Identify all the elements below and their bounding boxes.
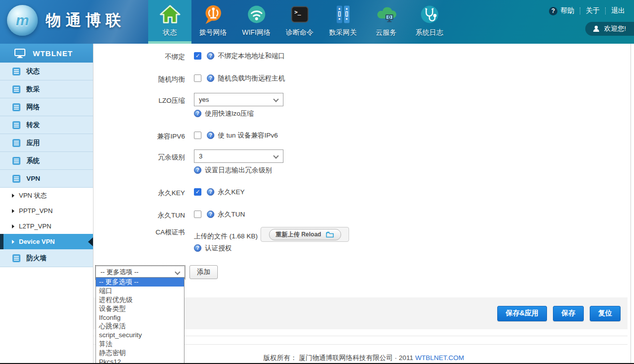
caret-right-icon <box>12 240 14 244</box>
nav-tab-status[interactable]: 状态 <box>148 0 191 44</box>
nav-tab-data-gateway[interactable]: 数采网关 <box>321 0 364 44</box>
caret-right-icon <box>12 194 14 198</box>
help-icon[interactable] <box>207 188 214 196</box>
sidebar-subitem-vpn-status[interactable]: VPN 状态 <box>0 188 93 203</box>
field-help: 不绑定本地地址和端口 <box>218 52 285 60</box>
welcome-badge[interactable]: 欢迎您! <box>585 22 634 36</box>
field-help: 使 tun 设备兼容IPv6 <box>218 131 278 140</box>
persist-key-checkbox[interactable] <box>194 188 201 196</box>
svg-text:>_: >_ <box>294 9 301 15</box>
help-icon[interactable] <box>207 132 214 139</box>
sidebar-item-status[interactable]: 状态 <box>0 63 93 80</box>
sidebar: WTBLNET 状态 数采 网络 转发 应用 系统 VPN <box>0 44 93 364</box>
field-label: 不绑定 <box>93 52 194 62</box>
logout-link[interactable]: 退出 <box>611 6 625 15</box>
nobind-checkbox[interactable] <box>194 52 201 60</box>
dropdown-option[interactable]: 端口 <box>96 287 184 295</box>
sidebar-item-forwarding[interactable]: 转发 <box>0 116 93 134</box>
sidebar-subitem-pptp-vpn[interactable]: PPTP_VPN <box>0 203 93 218</box>
gateway-icon <box>332 3 355 26</box>
dropdown-option[interactable]: script_security <box>96 331 184 340</box>
reset-button[interactable]: 复位 <box>590 306 621 321</box>
more-options-dropdown: -- 更多选项 -- 端口 进程优先级 设备类型 Ifconfig 心跳保活 s… <box>95 277 184 364</box>
user-icon <box>592 25 600 33</box>
form-row-ipv6: 兼容IPV6 使 tun 设备兼容IPv6 <box>93 131 634 141</box>
list-icon <box>12 174 21 183</box>
field-help: 设置日志输出冗余级别 <box>205 166 272 174</box>
nav-tab-wifi-network[interactable]: WIFI网络 <box>235 0 278 44</box>
help-icon[interactable] <box>194 244 201 252</box>
random-balance-checkbox[interactable] <box>194 74 201 82</box>
help-icon[interactable] <box>207 211 214 218</box>
sidebar-item-applications[interactable]: 应用 <box>0 134 93 152</box>
list-icon <box>12 85 21 94</box>
nav-tab-system-logs[interactable]: 系统日志 <box>408 0 451 44</box>
dropdown-option[interactable]: 算法 <box>96 340 184 349</box>
ipv6-checkbox[interactable] <box>194 132 201 139</box>
save-apply-button[interactable]: 保存&应用 <box>497 306 547 321</box>
save-button[interactable]: 保存 <box>553 306 584 321</box>
footer-link[interactable]: WTBLNET.COM <box>415 354 464 362</box>
field-label: 永久TUN <box>93 210 194 220</box>
dropdown-option[interactable]: -- 更多选项 -- <box>96 278 184 287</box>
verbosity-select[interactable]: 3 <box>194 149 283 163</box>
help-link[interactable]: 帮助 <box>560 6 574 15</box>
dropdown-option[interactable]: 静态密钥 <box>96 349 184 358</box>
form-row-lzo: LZO压缩 yes 使用快速lzo压缩 <box>93 93 634 118</box>
field-label: 兼容IPV6 <box>93 131 194 141</box>
home-icon <box>159 3 181 26</box>
caret-right-icon <box>12 209 14 213</box>
device-name: WTBLNET <box>33 49 73 58</box>
sidebar-item-data-collect[interactable]: 数采 <box>0 80 93 98</box>
welcome-text: 欢迎您! <box>604 24 626 33</box>
help-icon[interactable] <box>194 110 201 117</box>
dial-network-icon <box>202 3 225 26</box>
dropdown-option[interactable]: 进程优先级 <box>96 295 184 304</box>
field-help: 使用快速lzo压缩 <box>205 109 254 118</box>
add-button[interactable]: 添加 <box>189 265 218 279</box>
help-icon[interactable] <box>207 74 214 82</box>
app-header: m 物通博联 状态 拨号网络 WIFI网络 >_ 诊断命令 <box>0 0 634 44</box>
brand-logo: m 物通博联 <box>7 5 125 36</box>
copyright-text: 版权所有： 厦门物通博联网络科技有限公司 · 2011 <box>264 354 413 362</box>
sidebar-item-system[interactable]: 系统 <box>0 152 93 170</box>
sidebar-item-firewall[interactable]: 防火墙 <box>0 249 93 267</box>
sidebar-item-vpn[interactable]: VPN <box>0 170 93 188</box>
nav-tab-dial-network[interactable]: 拨号网络 <box>191 0 235 44</box>
header-links: ? 帮助 关于 退出 <box>549 6 625 15</box>
help-icon[interactable] <box>207 52 214 60</box>
form-row-persist-key: 永久KEY 永久KEY <box>93 188 634 198</box>
field-label: CA根证书 <box>93 227 194 252</box>
top-nav: 状态 拨号网络 WIFI网络 >_ 诊断命令 数采网关 <box>148 0 451 44</box>
nav-tab-diagnostics[interactable]: >_ 诊断命令 <box>278 0 321 44</box>
caret-right-icon <box>12 224 14 228</box>
list-icon <box>12 139 21 147</box>
sidebar-item-network[interactable]: 网络 <box>0 98 93 116</box>
uploaded-file-info: 上传的文件 (1.68 KB) <box>194 232 258 241</box>
logo-orb-icon: m <box>7 5 38 36</box>
logs-icon <box>418 3 441 26</box>
form-row-random-balance: 随机均衡 随机负载均衡远程主机 <box>93 74 634 84</box>
dropdown-option[interactable]: 心跳保活 <box>96 322 184 331</box>
monitor-icon <box>14 48 26 59</box>
sidebar-device-header: WTBLNET <box>0 44 93 63</box>
dropdown-option[interactable]: 设备类型 <box>96 304 184 313</box>
field-label: 冗余级别 <box>93 149 194 174</box>
about-link[interactable]: 关于 <box>586 6 600 15</box>
sidebar-subitem-device-vpn[interactable]: Device VPN <box>0 234 93 249</box>
dropdown-option[interactable]: Ifconfig <box>96 313 184 322</box>
help-icon[interactable]: ? <box>549 7 557 15</box>
form-row-nobind: 不绑定 不绑定本地地址和端口 <box>93 52 634 62</box>
nav-tab-cloud-service[interactable]: 云服务 <box>364 0 408 44</box>
brand-name: 物通博联 <box>46 10 125 31</box>
persist-tun-checkbox[interactable] <box>194 211 201 218</box>
field-help: 永久TUN <box>218 210 245 218</box>
field-label: 随机均衡 <box>93 74 194 84</box>
reupload-button[interactable]: 重新上传 Reload <box>261 227 349 242</box>
help-icon[interactable] <box>194 166 201 174</box>
form-row-ca-cert: CA根证书 上传的文件 (1.68 KB) 重新上传 Reload 认证授权 <box>93 227 634 252</box>
field-help: 随机负载均衡远程主机 <box>218 74 285 82</box>
folder-icon <box>326 231 334 238</box>
sidebar-subitem-l2tp-vpn[interactable]: L2TP_VPN <box>0 218 93 234</box>
lzo-select[interactable]: yes <box>194 93 283 106</box>
